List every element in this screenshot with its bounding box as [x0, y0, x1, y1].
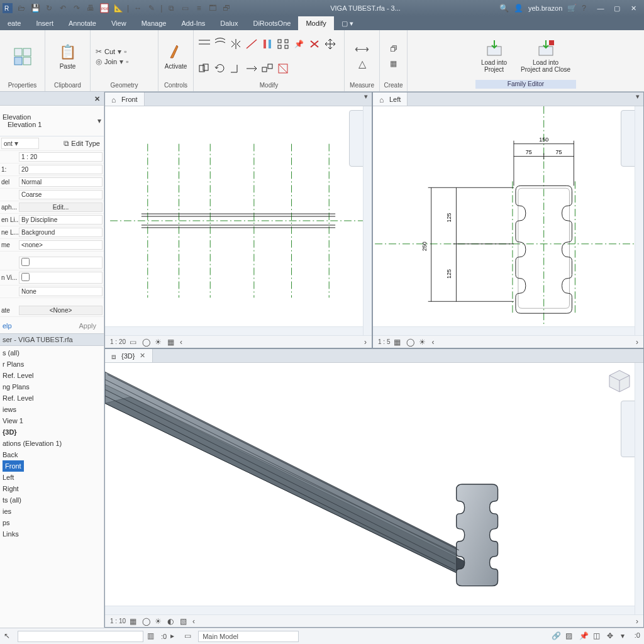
properties-help-link[interactable]: elp	[0, 322, 12, 330]
scroll-left-icon[interactable]: ‹	[180, 338, 182, 347]
design-options-icon[interactable]: ▸	[170, 631, 180, 641]
tree-item[interactable]: ations (Elevation 1)	[0, 438, 104, 449]
thin-icon[interactable]: ≡	[194, 3, 204, 13]
tab-annotate[interactable]: Annotate	[61, 16, 104, 30]
scrollbar-vertical[interactable]	[635, 363, 643, 614]
scale-icon[interactable]	[260, 62, 274, 75]
prop-row[interactable]: 1:20	[0, 164, 104, 176]
move-icon[interactable]	[323, 38, 337, 50]
3d-icon[interactable]: ⧉	[166, 3, 176, 13]
save-icon[interactable]: 💾	[30, 3, 40, 13]
view-cube[interactable]	[607, 368, 632, 393]
paste-button[interactable]: 📋Paste	[55, 42, 81, 71]
project-browser-tree[interactable]: s (all)r PlansRef. Levelng PlansRef. Lev…	[0, 346, 104, 541]
tree-item[interactable]: s (all)	[0, 347, 104, 358]
select-pinned-icon[interactable]: 📌	[579, 631, 589, 641]
canvas-front[interactable]	[105, 106, 372, 335]
print-icon[interactable]: 🖶	[86, 3, 96, 13]
load-into-project-close-button[interactable]: Load into Project and Close	[517, 38, 574, 74]
tab-view[interactable]: View	[104, 16, 134, 30]
scrollbar-horizontal[interactable]	[105, 606, 635, 614]
family-dropdown[interactable]: ont ▾	[1, 138, 39, 149]
trim2-icon[interactable]	[229, 62, 243, 75]
scroll-right-icon[interactable]: ›	[636, 338, 638, 347]
select-underlay-icon[interactable]: ▨	[565, 631, 575, 641]
rotate-icon[interactable]	[213, 62, 227, 75]
maximize-button[interactable]: ▢	[609, 3, 625, 14]
close-hidden-icon[interactable]: 🗔	[208, 3, 218, 13]
prop-footer-row[interactable]: ate<None>	[0, 304, 104, 317]
properties-type-selector[interactable]: Elevation Elevation 1 ▾	[0, 106, 104, 136]
view-tab-left[interactable]: ⌂Left	[373, 92, 408, 106]
section-icon[interactable]: ▭	[180, 3, 190, 13]
close-button[interactable]: ✕	[625, 3, 641, 14]
sun-icon[interactable]: ☀	[419, 338, 428, 347]
select-icon[interactable]: ↖	[4, 631, 14, 641]
extend-icon[interactable]	[245, 62, 258, 75]
tree-item[interactable]: Links	[0, 528, 104, 540]
split-icon[interactable]	[245, 38, 258, 50]
prop-check-row[interactable]: n Vi...	[0, 270, 104, 286]
model-selector[interactable]: Main Model	[198, 631, 299, 642]
sun-icon[interactable]: ☀	[155, 617, 164, 626]
tree-item[interactable]: Ref. Level	[0, 392, 104, 404]
scroll-right-icon[interactable]: ›	[364, 338, 367, 347]
tree-item[interactable]: ng Plans	[0, 381, 104, 392]
dim-icon[interactable]: ↔	[133, 3, 143, 13]
select-face-icon[interactable]: ◫	[593, 631, 603, 641]
close-icon[interactable]: ✕	[140, 352, 146, 360]
prop-row[interactable]: Coarse	[0, 189, 104, 201]
tree-item[interactable]: Ref. Level	[0, 370, 104, 381]
app-icon[interactable]: R	[3, 3, 13, 13]
pin-icon[interactable]: 📌	[292, 38, 306, 50]
copy-icon[interactable]	[197, 62, 211, 75]
tree-item[interactable]: View 1	[0, 415, 104, 426]
load-into-project-button[interactable]: Load into Project	[477, 38, 511, 74]
view-menu-icon[interactable]: ▾	[360, 92, 372, 106]
scrollbar-vertical[interactable]	[363, 106, 372, 335]
detail-icon[interactable]: ▭	[130, 338, 138, 347]
help-icon[interactable]: ?	[582, 4, 586, 13]
tab-modify[interactable]: Modify	[298, 16, 333, 30]
properties-button[interactable]	[9, 46, 36, 67]
mirror-icon[interactable]	[229, 38, 243, 50]
trim-icon[interactable]	[260, 38, 274, 50]
shadow-icon[interactable]: ◐	[167, 617, 176, 626]
tab-addins[interactable]: Add-Ins	[174, 16, 213, 30]
redo-icon[interactable]: ↷	[72, 3, 82, 13]
create-assembly-icon[interactable]: ▦	[387, 57, 401, 70]
cart-icon[interactable]: 🛒	[567, 4, 577, 13]
prop-check-row[interactable]	[0, 255, 104, 270]
view-tab-3d[interactable]: ⧈{3D}✕	[105, 349, 153, 362]
tab-create[interactable]: eate	[0, 16, 28, 30]
prop-row[interactable]: en Li...By Discipline	[0, 214, 104, 226]
checkbox[interactable]	[21, 273, 30, 281]
tree-item[interactable]: r Plans	[0, 358, 104, 370]
prop-row[interactable]: 1 : 20	[0, 151, 104, 164]
pdf-icon[interactable]: PDF	[99, 3, 109, 13]
tree-item[interactable]: Left	[0, 472, 104, 483]
create-group-icon[interactable]: 🗇	[387, 43, 401, 55]
tab-manage[interactable]: Manage	[134, 16, 174, 30]
view-tab-front[interactable]: ⌂Front	[105, 92, 145, 106]
canvas-left[interactable]: 150 75 75 250 125	[373, 106, 643, 335]
edit-type-button[interactable]: Edit Type	[71, 140, 100, 147]
status-type-selector[interactable]	[18, 631, 143, 642]
offset-icon[interactable]	[213, 38, 227, 50]
prop-row[interactable]: ne L...Background	[0, 226, 104, 239]
select-links-icon[interactable]: 🔗	[552, 631, 562, 641]
tree-item[interactable]: ies	[0, 506, 104, 517]
worksets-icon[interactable]: ▥	[147, 631, 157, 641]
user-name[interactable]: yeb.brazon	[528, 4, 562, 12]
tree-item[interactable]: iews	[0, 404, 104, 415]
tab-insert[interactable]: Insert	[28, 16, 61, 30]
tab-extra[interactable]: ▢ ▾	[334, 16, 361, 30]
tab-dirootsone[interactable]: DiRootsOne	[245, 16, 298, 30]
tree-item[interactable]: {3D}	[0, 426, 104, 438]
sync-icon[interactable]: ↻	[44, 3, 54, 13]
tag-icon[interactable]: ✎	[147, 3, 157, 13]
array-icon[interactable]	[276, 38, 290, 50]
visual-icon[interactable]: ◯	[142, 617, 151, 626]
sun-icon[interactable]: ☀	[155, 338, 164, 347]
scrollbar-horizontal[interactable]	[105, 326, 363, 335]
